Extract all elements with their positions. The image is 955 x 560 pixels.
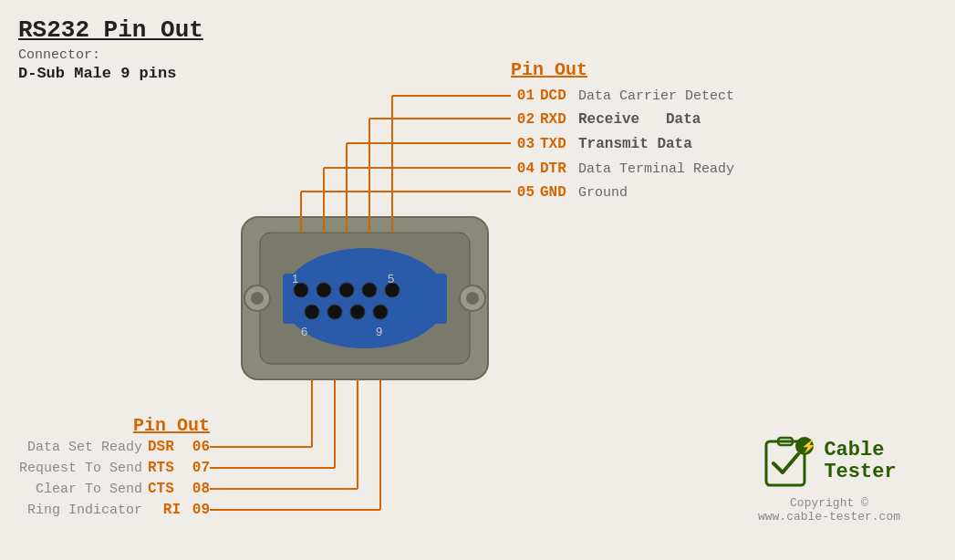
pin-out-bottom-label: Pin Out <box>100 415 210 436</box>
connector-label: Connector: <box>18 47 203 63</box>
pin-04-desc: Data Terminal Ready <box>578 161 734 177</box>
pin-def-08: Clear To Send CTS 08 <box>0 481 210 497</box>
main-title: RS232 Pin Out <box>18 16 203 44</box>
connector-type: D-Sub Male 9 pins <box>18 65 203 82</box>
pin-01-abbr: DCD <box>540 88 573 104</box>
logo-line2: Tester <box>824 461 896 483</box>
pin-01-num: 01 <box>511 88 535 104</box>
pin-03-abbr: TXD <box>540 136 573 152</box>
svg-point-16 <box>373 305 388 319</box>
pin-04-num: 04 <box>511 161 535 177</box>
pin-08-abbr: CTS <box>148 481 181 497</box>
pin-09-num: 09 <box>186 502 210 518</box>
pin-def-03: 03 TXD Transmit Data <box>511 136 692 152</box>
pin-08-num: 08 <box>186 481 210 497</box>
svg-rect-0 <box>242 217 488 379</box>
website-label: www.cable-tester.com <box>758 510 900 524</box>
pin-02-desc: Receive Data <box>578 111 701 128</box>
pin-06-num: 06 <box>186 439 210 455</box>
title-area: RS232 Pin Out Connector: D-Sub Male 9 pi… <box>18 16 203 82</box>
pin-06-desc: Data Set Ready <box>27 440 142 455</box>
pin-09-abbr: RI <box>148 502 181 518</box>
pin-03-desc: Transmit Data <box>578 136 692 152</box>
svg-text:9: 9 <box>376 325 382 338</box>
logo-text: Cable Tester <box>824 440 896 483</box>
pin-def-07: Request To Send RTS 07 <box>0 460 210 476</box>
pin-def-09: Ring Indicator RI 09 <box>0 502 210 518</box>
pin-03-num: 03 <box>511 136 535 152</box>
svg-point-9 <box>317 283 331 297</box>
pin-09-desc: Ring Indicator <box>27 503 142 518</box>
svg-point-13 <box>305 305 319 319</box>
copyright-label: Copyright © <box>758 496 900 510</box>
logo-line1: Cable <box>824 440 896 461</box>
svg-point-15 <box>350 305 365 319</box>
logo-area: ⚡ Cable Tester Copyright © www.cable-tes… <box>758 434 900 524</box>
pin-02-abbr: RXD <box>540 111 573 128</box>
pin-07-abbr: RTS <box>148 460 181 476</box>
pin-def-06: Data Set Ready DSR 06 <box>0 439 210 455</box>
svg-point-5 <box>251 292 264 305</box>
logo-icon-group: ⚡ Cable Tester <box>762 434 896 489</box>
cable-tester-icon: ⚡ <box>762 434 816 489</box>
pin-07-desc: Request To Send <box>19 461 142 476</box>
svg-text:6: 6 <box>301 325 307 338</box>
svg-rect-1 <box>260 233 470 364</box>
pin-06-abbr: DSR <box>148 439 181 455</box>
pin-def-05: 05 GND Ground <box>511 184 628 201</box>
svg-text:⚡: ⚡ <box>801 439 816 454</box>
svg-point-7 <box>466 292 479 305</box>
pin-def-04: 04 DTR Data Terminal Ready <box>511 161 734 177</box>
svg-point-8 <box>294 283 308 297</box>
svg-point-2 <box>283 248 447 348</box>
svg-point-4 <box>244 285 270 311</box>
pin-08-desc: Clear To Send <box>36 482 142 497</box>
pin-04-abbr: DTR <box>540 161 573 177</box>
svg-point-14 <box>327 305 342 319</box>
pin-05-num: 05 <box>511 184 535 201</box>
pin-out-top-label: Pin Out <box>511 59 587 80</box>
pin-def-01: 01 DCD Data Carrier Detect <box>511 88 734 104</box>
pin-07-num: 07 <box>186 460 210 476</box>
pin-def-02: 02 RXD Receive Data <box>511 111 701 128</box>
svg-rect-3 <box>283 274 447 324</box>
svg-text:5: 5 <box>388 272 394 285</box>
pin-05-desc: Ground <box>578 185 628 201</box>
svg-point-10 <box>339 283 354 297</box>
pin-01-desc: Data Carrier Detect <box>578 88 734 104</box>
pin-05-abbr: GND <box>540 184 573 201</box>
svg-point-6 <box>460 285 485 311</box>
svg-point-11 <box>362 283 377 297</box>
copyright-text: Copyright © www.cable-tester.com <box>758 496 900 524</box>
svg-point-12 <box>385 283 400 297</box>
pin-02-num: 02 <box>511 111 535 128</box>
svg-text:1: 1 <box>292 272 298 285</box>
